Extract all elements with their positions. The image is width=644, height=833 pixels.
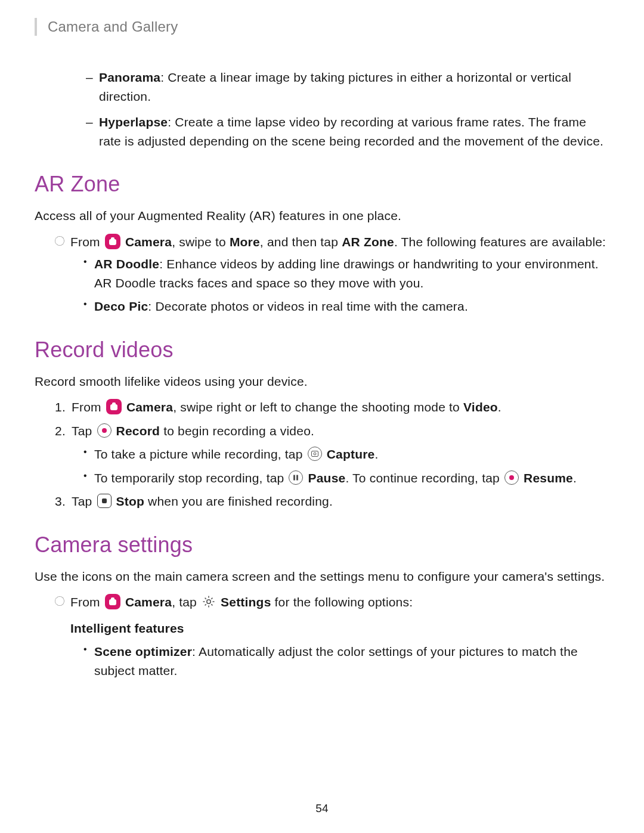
- text-fragment: , swipe right or left to change the shoo…: [173, 400, 463, 414]
- text-fragment: . The following features are available:: [394, 235, 606, 249]
- panorama-text: : Create a linear image by taking pictur…: [99, 70, 571, 103]
- text-fragment: .: [498, 400, 501, 414]
- pause-sub-item: To temporarily stop recording, tap Pause…: [83, 469, 609, 488]
- ar-zone-heading: AR Zone: [35, 168, 609, 200]
- page-container: Camera and Gallery Panorama: Create a li…: [0, 0, 644, 833]
- camera-label: Camera: [126, 400, 173, 414]
- record-videos-intro: Record smooth lifelike videos using your…: [35, 372, 609, 391]
- camera-settings-heading: Camera settings: [35, 529, 609, 561]
- record-step-1: 1. From Camera, swipe right or left to c…: [57, 398, 609, 417]
- header-accent-bar: [35, 18, 37, 36]
- video-label: Video: [463, 400, 498, 414]
- ar-zone-intro: Access all of your Augmented Reality (AR…: [35, 206, 609, 225]
- mode-dash-list: Panorama: Create a linear image by takin…: [86, 68, 609, 150]
- stop-icon: [97, 494, 112, 508]
- text-fragment: , swipe to: [172, 235, 230, 249]
- text-fragment: to begin recording a video.: [160, 424, 314, 438]
- panorama-label: Panorama: [99, 70, 160, 84]
- text-fragment: Tap: [72, 494, 96, 508]
- camera-icon: [106, 399, 122, 414]
- camera-settings-intro: Use the icons on the main camera screen …: [35, 567, 609, 586]
- gear-icon: [202, 594, 216, 609]
- ar-doodle-text: : Enhance videos by adding line drawings…: [94, 257, 599, 290]
- text-fragment: To temporarily stop recording, tap: [94, 471, 287, 485]
- camera-icon: [105, 594, 120, 609]
- ar-doodle-label: AR Doodle: [94, 257, 159, 271]
- deco-pic-label: Deco Pic: [94, 299, 148, 313]
- content-body: Panorama: Create a linear image by takin…: [35, 68, 609, 680]
- text-fragment: Tap: [72, 424, 96, 438]
- deco-pic-text: : Decorate photos or videos in real time…: [148, 299, 468, 313]
- ar-zone-step: From Camera, swipe to More, and then tap…: [55, 233, 609, 252]
- hyperlapse-text: : Create a time lapse video by recording…: [99, 115, 603, 148]
- settings-step: From Camera, tap Settings for the follow…: [55, 593, 609, 612]
- pause-icon: [289, 470, 303, 485]
- camera-icon: [105, 234, 120, 249]
- deco-pic-item: Deco Pic: Decorate photos or videos in r…: [83, 297, 609, 316]
- capture-label: Capture: [327, 447, 375, 461]
- resume-icon: [504, 470, 519, 485]
- step-number: 3.: [55, 492, 66, 511]
- stop-label: Stop: [116, 494, 144, 508]
- text-fragment: for the following options:: [271, 595, 413, 609]
- page-header: Camera and Gallery: [35, 18, 609, 36]
- text-fragment: .: [573, 471, 577, 485]
- ar-doodle-item: AR Doodle: Enhance videos by adding line…: [83, 255, 609, 292]
- capture-icon: [308, 447, 322, 461]
- header-title: Camera and Gallery: [48, 18, 178, 35]
- resume-label: Resume: [524, 471, 573, 485]
- text-fragment: From: [70, 595, 104, 609]
- camera-label: Camera: [125, 595, 172, 609]
- scene-optimizer-label: Scene optimizer: [94, 645, 192, 658]
- text-fragment: , and then tap: [260, 235, 342, 249]
- hyperlapse-label: Hyperlapse: [99, 115, 168, 129]
- capture-sub-item: To take a picture while recording, tap C…: [83, 445, 609, 464]
- step-number: 2.: [55, 422, 66, 441]
- record-label: Record: [116, 424, 160, 438]
- svg-point-0: [207, 600, 210, 603]
- camera-label: Camera: [125, 235, 172, 249]
- hyperlapse-item: Hyperlapse: Create a time lapse video by…: [86, 113, 609, 150]
- scene-optimizer-item: Scene optimizer: Automatically adjust th…: [83, 642, 609, 680]
- pause-label: Pause: [308, 471, 346, 485]
- page-number: 54: [315, 802, 329, 815]
- intelligent-features-subheading: Intelligent features: [70, 619, 609, 638]
- text-fragment: when you are finished recording.: [144, 494, 333, 508]
- record-videos-heading: Record videos: [35, 334, 609, 366]
- arzone-label: AR Zone: [342, 235, 394, 249]
- text-fragment: From: [72, 400, 105, 414]
- text-fragment: .: [374, 447, 378, 461]
- text-fragment: . To continue recording, tap: [345, 471, 503, 485]
- text-fragment: , tap: [172, 595, 200, 609]
- step-number: 1.: [55, 398, 66, 417]
- more-label: More: [230, 235, 260, 249]
- text-fragment: To take a picture while recording, tap: [94, 447, 306, 461]
- record-icon: [97, 423, 112, 438]
- settings-label: Settings: [221, 595, 271, 609]
- record-step-2: 2. Tap Record to begin recording a video…: [57, 422, 609, 441]
- record-step-3: 3. Tap Stop when you are finished record…: [57, 492, 609, 511]
- text-fragment: From: [70, 235, 104, 249]
- panorama-item: Panorama: Create a linear image by takin…: [86, 68, 609, 106]
